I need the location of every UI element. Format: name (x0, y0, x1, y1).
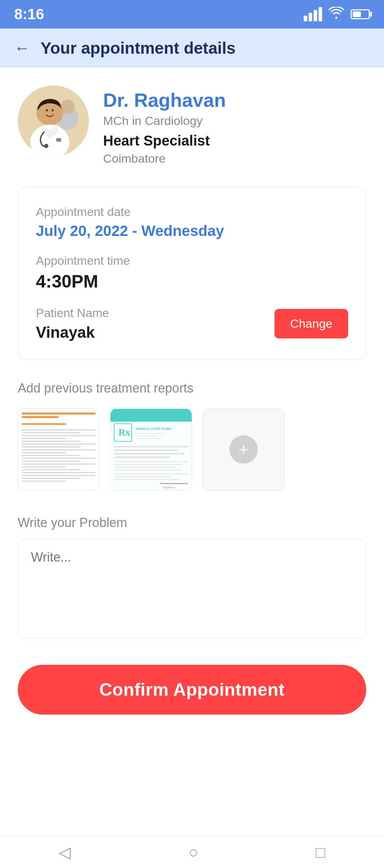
appointment-card: Appointment date July 20, 2022 - Wednesd… (18, 187, 366, 359)
svg-rect-25 (114, 473, 188, 474)
bottom-nav: ◁ ○ □ (0, 836, 384, 868)
patient-info: Patient Name Vinayak (36, 306, 109, 341)
battery-icon (351, 9, 370, 19)
reports-grid: Rx MEDICAL CARE CLINIC (18, 409, 366, 490)
status-bar: 8:16 (0, 0, 384, 28)
svg-rect-23 (114, 467, 176, 468)
appointment-time-value: 4:30PM (36, 271, 348, 292)
problem-section-label: Write your Problem (18, 515, 366, 530)
status-time: 8:16 (14, 6, 44, 23)
svg-rect-20 (114, 457, 171, 458)
patient-name-label: Patient Name (36, 306, 109, 320)
back-button[interactable]: ← (14, 40, 30, 56)
confirm-appointment-button[interactable]: Confirm Appointment (18, 665, 366, 715)
reports-section-label: Add previous treatment reports (18, 381, 366, 396)
doctor-name: Dr. Raghavan (103, 89, 366, 111)
add-report-button[interactable]: + (203, 409, 284, 490)
status-icons (304, 7, 370, 22)
report-thumbnail-1[interactable] (18, 409, 100, 490)
svg-rect-24 (114, 470, 181, 471)
svg-rect-8 (56, 138, 61, 142)
change-patient-button[interactable]: Change (274, 309, 348, 338)
report-thumbnail-2[interactable]: Rx MEDICAL CARE CLINIC (110, 409, 192, 490)
svg-rect-21 (114, 461, 188, 462)
svg-rect-10 (111, 409, 192, 422)
main-content: Dr. Raghavan MCh in Cardiology Heart Spe… (0, 68, 384, 836)
svg-point-7 (52, 109, 54, 111)
svg-rect-27 (114, 479, 179, 480)
svg-rect-19 (114, 453, 185, 454)
svg-text:Signature: Signature (163, 486, 175, 489)
nav-home-button[interactable]: ○ (188, 843, 198, 861)
appointment-date-value: July 20, 2022 - Wednesday (36, 222, 348, 240)
doctor-card: Dr. Raghavan MCh in Cardiology Heart Spe… (18, 85, 366, 165)
svg-rect-16 (136, 438, 160, 439)
patient-row: Patient Name Vinayak Change (36, 306, 348, 341)
svg-point-6 (46, 109, 48, 111)
svg-rect-17 (114, 446, 188, 447)
patient-name-value: Vinayak (36, 323, 109, 341)
svg-rect-14 (136, 433, 164, 434)
add-plus-icon: + (229, 435, 258, 464)
svg-rect-18 (114, 449, 177, 451)
header: ← Your appointment details (0, 28, 384, 68)
doctor-info: Dr. Raghavan MCh in Cardiology Heart Spe… (103, 85, 366, 165)
nav-recents-button[interactable]: □ (316, 843, 325, 861)
doctor-specialty: Heart Specialist (103, 133, 366, 149)
svg-rect-26 (114, 476, 172, 477)
svg-text:MEDICAL CARE CLINIC: MEDICAL CARE CLINIC (136, 427, 172, 431)
problem-textarea[interactable] (18, 539, 366, 638)
wifi-icon (329, 7, 344, 22)
appointment-time-label: Appointment time (36, 254, 348, 268)
page-title: Your appointment details (41, 38, 236, 58)
svg-point-5 (44, 144, 48, 148)
nav-back-button[interactable]: ◁ (59, 843, 71, 861)
signal-icon (304, 7, 322, 21)
svg-rect-15 (136, 435, 157, 436)
svg-rect-22 (114, 464, 183, 465)
doctor-avatar (18, 85, 89, 157)
doctor-location: Coimbatore (103, 152, 366, 165)
doctor-degree: MCh in Cardiology (103, 114, 366, 128)
appointment-date-label: Appointment date (36, 205, 348, 219)
svg-text:Rx: Rx (118, 427, 130, 438)
svg-rect-28 (160, 483, 188, 484)
